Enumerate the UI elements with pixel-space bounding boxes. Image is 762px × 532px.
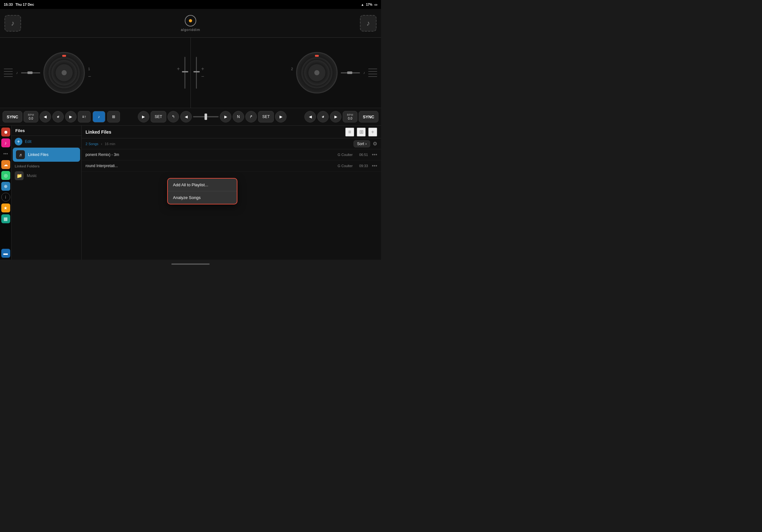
linked-files-item[interactable]: ♬ Linked Files <box>13 148 80 162</box>
edit-button[interactable]: Edit <box>25 139 32 144</box>
left-set-cue-button[interactable]: SET <box>151 111 166 122</box>
left-note-icon: ♪ <box>16 71 18 75</box>
eq-button[interactable]: ≡↑ <box>78 111 91 122</box>
eq-line-4 <box>4 76 13 77</box>
left-deck: ♪ 1 + − <box>0 37 190 108</box>
main-content: Linked Files ≡ ⊞ + 2 Songs › 16 min Sort… <box>82 126 381 260</box>
status-bar: 15:33 Thu 17 Dec ▲ 17% ▭ <box>0 0 381 9</box>
right-cue-button[interactable]: ↱ <box>245 111 257 122</box>
sidebar-icon-film[interactable]: ▦ <box>1 214 10 223</box>
linked-files-icon: ♬ <box>16 150 25 159</box>
song-duration-2: 09:33 <box>356 164 368 168</box>
filter-button[interactable]: ⚙ <box>373 141 377 147</box>
left-turntable-indicator <box>62 55 66 57</box>
song-artist-1: G Coulter <box>327 153 352 157</box>
left-next-button[interactable]: ▶ <box>65 111 77 122</box>
grid-view-button[interactable]: ⊞ <box>357 128 366 137</box>
play-left-button[interactable]: ▶ <box>138 111 149 122</box>
add-all-to-playlist-button[interactable]: Add All to Playlist... <box>168 179 237 191</box>
add-linked-file-button[interactable]: + <box>15 138 22 146</box>
right-fader[interactable] <box>341 72 360 73</box>
right-turntable-center <box>314 70 319 75</box>
play-right-button[interactable]: ▶ <box>275 111 286 122</box>
left-pitch-slider[interactable] <box>185 57 186 89</box>
sort-button[interactable]: Sort › <box>353 140 370 147</box>
grid-button[interactable]: ⊞ <box>107 111 120 122</box>
right-pitch-handle <box>193 71 200 72</box>
song-more-1[interactable]: ••• <box>372 152 377 158</box>
eq-line-2 <box>4 71 13 72</box>
song-more-2[interactable]: ••• <box>372 163 377 169</box>
sidebar-icon-bottom[interactable]: ▬ <box>1 249 10 258</box>
right-eq <box>368 69 377 77</box>
right-bpm-button[interactable]: BPM 0.0 <box>343 111 357 122</box>
song-title-2: round Interpretati... <box>86 164 323 168</box>
left-loop-button[interactable]: ↺ 8 <box>52 111 64 122</box>
left-turntable-center <box>62 70 67 75</box>
dj-logo: algoriddim <box>181 15 200 32</box>
left-deck-label: 1 <box>88 67 90 71</box>
sidebar-icon-headphones[interactable]: ◎ <box>1 171 10 180</box>
add-to-queue-button[interactable]: + <box>368 128 377 137</box>
right-sync-button[interactable]: SYNC <box>359 111 378 122</box>
sidebar-icon-info[interactable]: i <box>1 193 10 202</box>
left-deck-button[interactable]: ♪ <box>4 15 21 32</box>
right-set-cue-button[interactable]: SET <box>258 111 274 122</box>
analyze-songs-button[interactable]: Analyze Songs <box>168 191 237 204</box>
table-row[interactable]: round Interpretati... G Coulter 09:33 ••… <box>82 161 381 171</box>
logo-dot <box>189 19 192 22</box>
eq-line-3 <box>4 74 13 74</box>
center-transport: ≡↑ ♪ ⊞ <box>78 111 120 122</box>
sidebar-icon-link[interactable]: ⊕ <box>1 182 10 191</box>
right-loop-button[interactable]: ↺ 8 <box>317 111 329 122</box>
logo-circle <box>185 15 196 27</box>
bottom-panel: ⏺ ♪ ••• ☁ ◎ ⊕ i ★ ▦ ▬ Files + Edit ♬ Lin… <box>0 126 381 260</box>
left-eq <box>4 69 13 77</box>
right-deck-button[interactable]: ♪ <box>360 15 377 32</box>
songs-count[interactable]: 2 Songs <box>86 142 98 146</box>
eq-line-r1 <box>368 69 377 69</box>
right-deck: ♪ 2 + − <box>191 37 381 108</box>
eq-line-1 <box>4 69 13 69</box>
left-bpm-button[interactable]: BPM 0.0 <box>24 111 38 122</box>
eq-line-r2 <box>368 71 377 72</box>
eq-line-r3 <box>368 74 377 74</box>
left-cue-button[interactable]: ↰ <box>168 111 179 122</box>
sidebar-icon-dots[interactable]: ••• <box>1 149 10 158</box>
left-fader[interactable] <box>21 72 40 73</box>
file-browser: Files + Edit ♬ Linked Files Linked Folde… <box>12 126 82 260</box>
crossfader-thumb <box>204 113 207 120</box>
battery-level: 17% <box>366 3 372 6</box>
cue-back-button[interactable]: ◀ <box>180 111 192 122</box>
right-prev-button[interactable]: ◀ <box>304 111 316 122</box>
left-prev-button[interactable]: ◀ <box>39 111 51 122</box>
home-indicator <box>171 263 210 265</box>
left-turntable[interactable] <box>43 52 85 94</box>
left-pitch-handle <box>182 71 188 72</box>
right-cue-n-button[interactable]: N <box>233 111 244 122</box>
sidebar-icon-star[interactable]: ★ <box>1 204 10 212</box>
crossfader-track[interactable] <box>193 116 219 117</box>
right-turntable[interactable] <box>296 52 338 94</box>
song-list: ponent Remix) - 3m G Coulter 06:51 ••• r… <box>82 149 381 260</box>
music-browser-button[interactable]: ♪ <box>93 111 105 122</box>
cue-fwd-button[interactable]: ▶ <box>220 111 231 122</box>
eq-line-r4 <box>368 76 377 77</box>
sidebar-icon-record[interactable]: ⏺ <box>1 128 10 137</box>
sidebar-icon-soundcloud[interactable]: ☁ <box>1 160 10 169</box>
left-sync-button[interactable]: SYNC <box>3 111 22 122</box>
header-right-icons: ≡ ⊞ + <box>345 128 377 137</box>
context-menu: Add All to Playlist... Analyze Songs <box>167 178 237 204</box>
left-deck-controls: 1 + − <box>88 65 180 81</box>
music-folder-item[interactable]: 📁 Music <box>12 169 81 182</box>
list-view-button[interactable]: ≡ <box>345 128 354 137</box>
right-deck-controls: 2 + − <box>201 65 293 81</box>
right-pitch-slider[interactable] <box>196 57 197 89</box>
dj-header: ♪ algoriddim ♪ <box>0 9 381 37</box>
right-deck-icon: ♪ <box>367 19 370 28</box>
sidebar: ⏺ ♪ ••• ☁ ◎ ⊕ i ★ ▦ ▬ <box>0 126 12 260</box>
table-row[interactable]: ponent Remix) - 3m G Coulter 06:51 ••• <box>82 149 381 161</box>
music-folder-label: Music <box>27 173 37 178</box>
right-next-button[interactable]: ▶ <box>330 111 342 122</box>
sidebar-icon-music[interactable]: ♪ <box>1 138 10 147</box>
